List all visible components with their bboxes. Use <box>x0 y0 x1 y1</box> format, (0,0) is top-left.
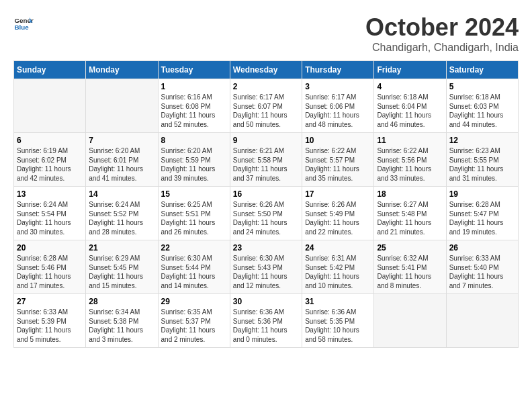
calendar-cell: 25Sunrise: 6:32 AM Sunset: 5:41 PM Dayli… <box>374 240 446 294</box>
day-number: 7 <box>89 136 154 145</box>
calendar-cell: 21Sunrise: 6:29 AM Sunset: 5:45 PM Dayli… <box>86 240 158 294</box>
day-info: Sunrise: 6:30 AM Sunset: 5:43 PM Dayligh… <box>233 254 299 290</box>
calendar-cell: 26Sunrise: 6:33 AM Sunset: 5:40 PM Dayli… <box>446 240 518 294</box>
day-info: Sunrise: 6:27 AM Sunset: 5:48 PM Dayligh… <box>377 200 443 236</box>
day-info: Sunrise: 6:33 AM Sunset: 5:39 PM Dayligh… <box>17 308 83 344</box>
day-number: 2 <box>233 82 299 91</box>
calendar-cell: 10Sunrise: 6:22 AM Sunset: 5:57 PM Dayli… <box>302 133 374 187</box>
day-number: 30 <box>233 297 299 306</box>
calendar-cell: 13Sunrise: 6:24 AM Sunset: 5:54 PM Dayli… <box>14 187 86 240</box>
weekday-header-monday: Monday <box>86 61 158 79</box>
day-info: Sunrise: 6:17 AM Sunset: 6:07 PM Dayligh… <box>233 93 299 129</box>
calendar-cell: 4Sunrise: 6:18 AM Sunset: 6:04 PM Daylig… <box>374 79 446 133</box>
day-number: 11 <box>377 136 443 145</box>
calendar-cell: 24Sunrise: 6:31 AM Sunset: 5:42 PM Dayli… <box>302 240 374 294</box>
day-info: Sunrise: 6:26 AM Sunset: 5:50 PM Dayligh… <box>233 200 299 236</box>
day-number: 8 <box>161 136 227 145</box>
day-number: 26 <box>449 243 515 253</box>
calendar-cell <box>14 79 86 133</box>
day-number: 16 <box>233 189 299 199</box>
day-number: 25 <box>377 243 443 253</box>
day-info: Sunrise: 6:19 AM Sunset: 6:02 PM Dayligh… <box>17 146 83 183</box>
calendar-cell: 20Sunrise: 6:28 AM Sunset: 5:46 PM Dayli… <box>14 240 86 294</box>
subtitle: Chandigarh, Chandigarh, India <box>365 42 519 54</box>
day-number: 13 <box>17 189 83 199</box>
title-area: October 2024 Chandigarh, Chandigarh, Ind… <box>365 13 519 54</box>
day-info: Sunrise: 6:18 AM Sunset: 6:03 PM Dayligh… <box>449 93 515 129</box>
weekday-header-sunday: Sunday <box>14 61 86 79</box>
calendar-cell: 23Sunrise: 6:30 AM Sunset: 5:43 PM Dayli… <box>230 240 302 294</box>
calendar-cell: 18Sunrise: 6:27 AM Sunset: 5:48 PM Dayli… <box>374 187 446 240</box>
day-number: 20 <box>17 243 83 253</box>
day-number: 28 <box>89 297 154 306</box>
day-info: Sunrise: 6:22 AM Sunset: 5:57 PM Dayligh… <box>305 146 371 183</box>
day-info: Sunrise: 6:25 AM Sunset: 5:51 PM Dayligh… <box>161 200 227 236</box>
day-info: Sunrise: 6:35 AM Sunset: 5:37 PM Dayligh… <box>161 308 227 344</box>
day-info: Sunrise: 6:17 AM Sunset: 6:06 PM Dayligh… <box>305 93 371 129</box>
day-info: Sunrise: 6:18 AM Sunset: 6:04 PM Dayligh… <box>377 93 443 129</box>
day-number: 29 <box>161 297 227 306</box>
calendar-cell: 6Sunrise: 6:19 AM Sunset: 6:02 PM Daylig… <box>14 133 86 187</box>
day-number: 27 <box>17 297 83 306</box>
calendar-cell: 5Sunrise: 6:18 AM Sunset: 6:03 PM Daylig… <box>446 79 518 133</box>
calendar-cell: 1Sunrise: 6:16 AM Sunset: 6:08 PM Daylig… <box>158 79 230 133</box>
calendar-cell: 16Sunrise: 6:26 AM Sunset: 5:50 PM Dayli… <box>230 187 302 240</box>
day-number: 3 <box>305 82 371 91</box>
day-number: 6 <box>17 136 83 145</box>
calendar-table: SundayMondayTuesdayWednesdayThursdayFrid… <box>13 60 519 348</box>
calendar-cell: 8Sunrise: 6:20 AM Sunset: 5:59 PM Daylig… <box>158 133 230 187</box>
day-info: Sunrise: 6:23 AM Sunset: 5:55 PM Dayligh… <box>449 146 515 183</box>
day-info: Sunrise: 6:34 AM Sunset: 5:38 PM Dayligh… <box>89 308 154 344</box>
day-number: 15 <box>161 189 227 199</box>
month-title: October 2024 <box>365 13 519 42</box>
day-number: 23 <box>233 243 299 253</box>
calendar-cell: 31Sunrise: 6:36 AM Sunset: 5:35 PM Dayli… <box>302 294 374 348</box>
calendar-cell <box>374 294 446 348</box>
day-info: Sunrise: 6:26 AM Sunset: 5:49 PM Dayligh… <box>305 200 371 236</box>
day-info: Sunrise: 6:20 AM Sunset: 5:59 PM Dayligh… <box>161 146 227 183</box>
day-number: 17 <box>305 189 371 199</box>
weekday-header-saturday: Saturday <box>446 61 518 79</box>
day-number: 21 <box>89 243 154 253</box>
day-info: Sunrise: 6:36 AM Sunset: 5:36 PM Dayligh… <box>233 308 299 344</box>
day-number: 31 <box>305 297 371 306</box>
day-info: Sunrise: 6:21 AM Sunset: 5:58 PM Dayligh… <box>233 146 299 183</box>
logo: General Blue <box>13 13 34 34</box>
weekday-header-tuesday: Tuesday <box>158 61 230 79</box>
day-info: Sunrise: 6:28 AM Sunset: 5:46 PM Dayligh… <box>17 254 83 290</box>
day-number: 5 <box>449 82 515 91</box>
day-number: 4 <box>377 82 443 91</box>
svg-text:Blue: Blue <box>15 24 30 31</box>
calendar-cell: 30Sunrise: 6:36 AM Sunset: 5:36 PM Dayli… <box>230 294 302 348</box>
day-info: Sunrise: 6:20 AM Sunset: 6:01 PM Dayligh… <box>89 146 154 183</box>
day-info: Sunrise: 6:32 AM Sunset: 5:41 PM Dayligh… <box>377 254 443 290</box>
day-info: Sunrise: 6:22 AM Sunset: 5:56 PM Dayligh… <box>377 146 443 183</box>
day-number: 18 <box>377 189 443 199</box>
calendar-cell: 7Sunrise: 6:20 AM Sunset: 6:01 PM Daylig… <box>86 133 158 187</box>
day-info: Sunrise: 6:16 AM Sunset: 6:08 PM Dayligh… <box>161 93 227 129</box>
calendar-cell: 29Sunrise: 6:35 AM Sunset: 5:37 PM Dayli… <box>158 294 230 348</box>
calendar-cell: 17Sunrise: 6:26 AM Sunset: 5:49 PM Dayli… <box>302 187 374 240</box>
calendar-cell: 14Sunrise: 6:24 AM Sunset: 5:52 PM Dayli… <box>86 187 158 240</box>
day-number: 1 <box>161 82 227 91</box>
day-number: 10 <box>305 136 371 145</box>
day-info: Sunrise: 6:33 AM Sunset: 5:40 PM Dayligh… <box>449 254 515 290</box>
calendar-cell <box>86 79 158 133</box>
day-info: Sunrise: 6:30 AM Sunset: 5:44 PM Dayligh… <box>161 254 227 290</box>
calendar-cell: 19Sunrise: 6:28 AM Sunset: 5:47 PM Dayli… <box>446 187 518 240</box>
day-number: 24 <box>305 243 371 253</box>
calendar-cell: 22Sunrise: 6:30 AM Sunset: 5:44 PM Dayli… <box>158 240 230 294</box>
calendar-cell: 27Sunrise: 6:33 AM Sunset: 5:39 PM Dayli… <box>14 294 86 348</box>
calendar-cell: 3Sunrise: 6:17 AM Sunset: 6:06 PM Daylig… <box>302 79 374 133</box>
calendar-cell: 2Sunrise: 6:17 AM Sunset: 6:07 PM Daylig… <box>230 79 302 133</box>
weekday-header-wednesday: Wednesday <box>230 61 302 79</box>
calendar-cell: 12Sunrise: 6:23 AM Sunset: 5:55 PM Dayli… <box>446 133 518 187</box>
weekday-header-thursday: Thursday <box>302 61 374 79</box>
calendar-cell: 28Sunrise: 6:34 AM Sunset: 5:38 PM Dayli… <box>86 294 158 348</box>
day-info: Sunrise: 6:36 AM Sunset: 5:35 PM Dayligh… <box>305 308 371 344</box>
day-number: 19 <box>449 189 515 199</box>
weekday-header-friday: Friday <box>374 61 446 79</box>
day-number: 22 <box>161 243 227 253</box>
day-info: Sunrise: 6:28 AM Sunset: 5:47 PM Dayligh… <box>449 200 515 236</box>
day-info: Sunrise: 6:29 AM Sunset: 5:45 PM Dayligh… <box>89 254 154 290</box>
